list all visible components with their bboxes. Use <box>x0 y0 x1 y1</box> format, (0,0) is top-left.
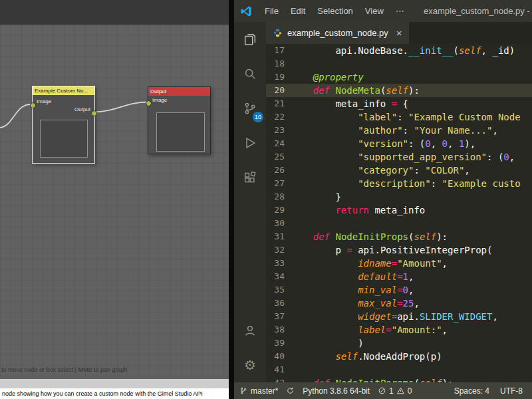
code-line-33[interactable]: 33 idname="Amount", <box>266 257 532 270</box>
line-number[interactable]: 42 <box>266 376 285 382</box>
indentation-status[interactable]: Spaces: 4 <box>454 386 489 396</box>
code-line-17[interactable]: 17 api.NodeBase.__init__(self, _id) <box>266 44 532 57</box>
menu-file[interactable]: File <box>259 0 285 22</box>
line-number[interactable]: 17 <box>266 44 285 57</box>
code-editor[interactable]: 17 api.NodeBase.__init__(self, _id)1819 … <box>266 44 532 382</box>
code-line-19[interactable]: 19 @property <box>266 70 532 84</box>
line-number[interactable]: 31 <box>266 230 285 243</box>
code-text: label="Amount:", <box>285 323 448 336</box>
python-file-icon <box>273 28 283 38</box>
run-debug-icon[interactable] <box>234 126 266 160</box>
node-socket-input-image[interactable] <box>30 102 36 108</box>
line-number[interactable]: 19 <box>266 70 285 84</box>
line-number[interactable]: 24 <box>266 137 285 150</box>
tab-close-icon[interactable]: × <box>396 27 402 39</box>
code-line-24[interactable]: 24 "version": (0, 0, 1), <box>266 137 532 150</box>
node-thumbnail <box>40 120 88 158</box>
code-line-37[interactable]: 37 widget=api.SLIDER_WIDGET, <box>266 310 532 323</box>
code-line-22[interactable]: 22 "label": "Example Custom Node <box>266 110 532 124</box>
line-number[interactable]: 26 <box>266 164 285 177</box>
line-number[interactable]: 25 <box>266 150 285 164</box>
python-interpreter-status[interactable]: Python 3.8.6 64-bit <box>303 386 370 396</box>
line-number[interactable]: 36 <box>266 297 285 310</box>
line-number[interactable]: 30 <box>266 217 285 230</box>
code-line-30[interactable]: 30 <box>266 217 532 230</box>
menu-selection[interactable]: Selection <box>311 0 358 22</box>
line-number[interactable]: 28 <box>266 190 285 203</box>
code-line-25[interactable]: 25 "supported_app_version": (0, <box>266 150 532 164</box>
code-line-36[interactable]: 36 max_val=25, <box>266 297 532 310</box>
line-number[interactable]: 38 <box>266 323 285 336</box>
code-line-38[interactable]: 38 label="Amount:", <box>266 323 532 336</box>
sync-icon[interactable] <box>286 386 295 395</box>
input-port-label: Image <box>37 98 51 104</box>
code-line-20[interactable]: 20 def NodeMeta(self): <box>266 84 532 97</box>
account-icon[interactable] <box>234 313 266 348</box>
code-line-27[interactable]: 27 "description": "Example custo <box>266 177 532 190</box>
code-line-39[interactable]: 39 ) <box>266 336 532 350</box>
screen: Example Custom No... Image Output Output… <box>0 0 532 399</box>
error-count: 1 <box>389 386 394 396</box>
node-title-bar[interactable]: Example Custom No... <box>33 86 94 95</box>
code-line-32[interactable]: 32 p = api.PositiveIntegerProp( <box>266 243 532 257</box>
problems-status[interactable]: 1 0 <box>378 386 412 396</box>
code-text: widget=api.SLIDER_WIDGET, <box>285 310 498 323</box>
tab-example-custom-node[interactable]: example_custom_node.py × <box>266 22 409 44</box>
encoding-status[interactable]: UTF-8 <box>500 386 523 396</box>
node-graph-canvas[interactable]: Example Custom No... Image Output Output… <box>0 25 233 379</box>
code-line-34[interactable]: 34 default=1, <box>266 270 532 283</box>
code-line-42[interactable]: 42 def NodeInitParams(self): <box>266 376 532 382</box>
line-number[interactable]: 35 <box>266 283 285 297</box>
explorer-icon[interactable] <box>234 22 266 57</box>
menu-edit[interactable]: Edit <box>285 0 311 22</box>
source-control-icon[interactable]: 10 <box>234 91 266 126</box>
code-text <box>285 217 291 230</box>
code-line-40[interactable]: 40 self.NodeAddProp(p) <box>266 350 532 363</box>
line-number[interactable]: 27 <box>266 177 285 190</box>
extensions-icon[interactable] <box>234 160 266 195</box>
warning-count: 0 <box>408 386 412 396</box>
code-line-21[interactable]: 21 meta_info = { <box>266 97 532 110</box>
code-line-31[interactable]: 31 def NodeInitProps(self): <box>266 230 532 243</box>
line-number[interactable]: 34 <box>266 270 285 283</box>
line-number[interactable]: 29 <box>266 203 285 217</box>
tab-bar: example_custom_node.py × <box>266 22 532 44</box>
line-number[interactable]: 18 <box>266 57 285 70</box>
status-bar: master* Python 3.8.6 64-bit 1 0 Spaces: … <box>234 382 532 399</box>
line-number[interactable]: 37 <box>266 310 285 323</box>
code-text: min_val=0, <box>285 283 414 297</box>
code-line-28[interactable]: 28 } <box>266 190 532 203</box>
line-number[interactable]: 23 <box>266 124 285 137</box>
code-line-23[interactable]: 23 "author": "Your Name...", <box>266 124 532 137</box>
input-port-label: Image <box>152 97 167 103</box>
settings-gear-icon[interactable]: ⚙ <box>234 348 266 382</box>
code-text: "author": "Your Name...", <box>285 124 498 137</box>
code-line-29[interactable]: 29 return meta_info <box>266 203 532 217</box>
node-socket-output[interactable] <box>91 110 97 116</box>
node-output[interactable]: Output Image <box>148 86 211 154</box>
line-number[interactable]: 40 <box>266 350 285 363</box>
graph-bottom-strip <box>0 379 233 388</box>
line-number[interactable]: 32 <box>266 243 285 257</box>
line-number[interactable]: 20 <box>266 84 285 97</box>
line-number[interactable]: 41 <box>266 363 285 376</box>
code-line-26[interactable]: 26 "category": "COLOR", <box>266 164 532 177</box>
git-branch-status[interactable]: master* <box>239 386 278 396</box>
menu-view[interactable]: View <box>359 0 390 22</box>
search-icon[interactable] <box>234 57 266 91</box>
code-text: p = api.PositiveIntegerProp( <box>285 243 492 257</box>
line-number[interactable]: 21 <box>266 97 285 110</box>
line-number[interactable]: 39 <box>266 336 285 350</box>
code-text: def NodeMeta(self): <box>285 84 420 97</box>
code-line-41[interactable]: 41 <box>266 363 532 376</box>
code-line-35[interactable]: 35 min_val=0, <box>266 283 532 297</box>
line-number[interactable]: 33 <box>266 257 285 270</box>
code-line-18[interactable]: 18 <box>266 57 532 70</box>
node-title-bar[interactable]: Output <box>148 87 210 96</box>
node-socket-input-image[interactable] <box>146 100 152 106</box>
node-example-custom[interactable]: Example Custom No... Image Output <box>32 86 95 164</box>
menu-more-icon[interactable]: ⋯ <box>390 0 410 22</box>
vscode-titlebar: File Edit Selection View ⋯ example_custo… <box>234 0 532 22</box>
code-text: } <box>285 190 341 203</box>
line-number[interactable]: 22 <box>266 110 285 124</box>
